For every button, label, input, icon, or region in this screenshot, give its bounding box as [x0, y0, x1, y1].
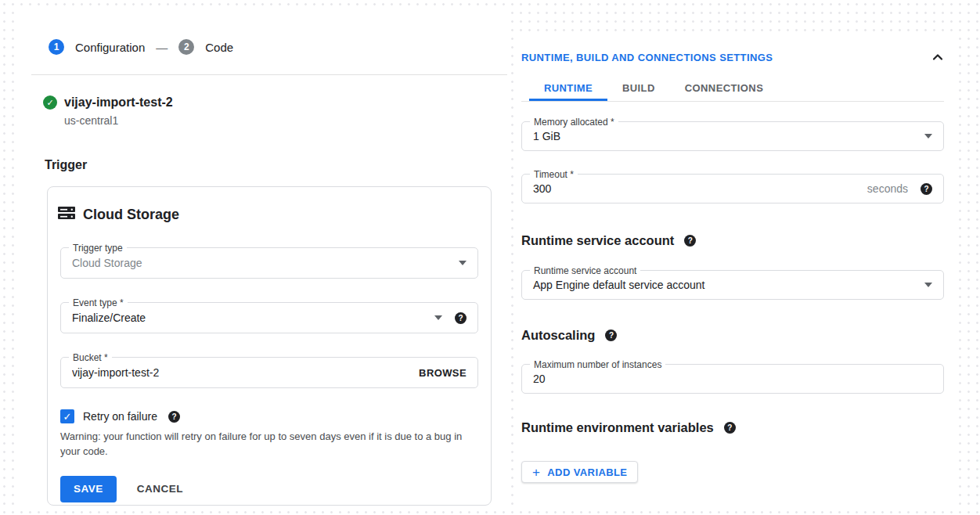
tab-connections[interactable]: CONNECTIONS [670, 77, 778, 101]
event-type-help-icon[interactable]: ? [455, 312, 467, 324]
memory-allocated-select[interactable]: Memory allocated * 1 GiB [521, 121, 944, 151]
event-type-select[interactable]: Event type * Finalize/Create ? [60, 302, 478, 333]
browse-button[interactable]: BROWSE [419, 367, 467, 379]
retry-help-icon[interactable]: ? [168, 411, 180, 423]
retry-checkbox[interactable]: ✓ [60, 409, 74, 423]
autoscaling-heading: Autoscaling ? [521, 328, 944, 343]
function-name: vijay-import-test-2 [64, 95, 173, 110]
step-1-circle: 1 [49, 39, 64, 55]
autoscaling-help-icon[interactable]: ? [605, 330, 617, 341]
settings-panel: RUNTIME, BUILD AND CONNECTIONS SETTINGS … [513, 35, 957, 505]
timeout-suffix: seconds [867, 182, 908, 195]
memory-allocated-label: Memory allocated * [530, 116, 618, 128]
retry-row: ✓ Retry on failure ? [60, 409, 478, 423]
step-2-circle: 2 [178, 39, 194, 55]
timeout-label: Timeout * [530, 168, 578, 181]
settings-header-title: RUNTIME, BUILD AND CONNECTIONS SETTINGS [521, 52, 773, 63]
tab-runtime[interactable]: RUNTIME [529, 77, 607, 101]
stepper-step-configuration[interactable]: 1 Configuration [49, 39, 145, 55]
function-region: us-central1 [64, 114, 507, 127]
add-variable-label: ADD VARIABLE [547, 466, 627, 478]
step-2-label: Code [205, 41, 233, 54]
trigger-section-heading: Trigger [45, 158, 507, 172]
event-type-label: Event type * [69, 297, 128, 309]
stepper-step-code[interactable]: 2 Code [178, 39, 233, 55]
trigger-card: Cloud Storage Trigger type Cloud Storage… [47, 186, 492, 506]
cancel-button[interactable]: CANCEL [137, 483, 183, 495]
chevron-up-icon[interactable] [931, 51, 944, 63]
retry-label: Retry on failure [83, 410, 157, 423]
runtime-service-account-value: App Engine default service account [533, 279, 913, 291]
autoscaling-heading-text: Autoscaling [521, 328, 595, 343]
memory-allocated-value: 1 GiB [533, 130, 913, 142]
function-header: ✓ vijay-import-test-2 [43, 95, 507, 110]
env-vars-heading-text: Runtime environment variables [521, 420, 714, 435]
max-instances-field: Maximum number of instances [521, 364, 944, 394]
trigger-type-select[interactable]: Trigger type Cloud Storage [60, 247, 478, 279]
timeout-field: Timeout * seconds ? [521, 174, 944, 203]
runtime-service-account-heading: Runtime service account ? [521, 233, 944, 248]
trigger-type-label: Trigger type [69, 242, 127, 254]
configuration-panel: 1 Configuration — 2 Code ✓ vijay-import-… [20, 8, 507, 507]
add-variable-button[interactable]: + ADD VARIABLE [521, 461, 638, 483]
bucket-field: Bucket * BROWSE [60, 357, 478, 388]
card-actions: SAVE CANCEL [60, 476, 478, 502]
env-vars-heading: Runtime environment variables ? [521, 420, 944, 435]
bucket-input[interactable] [72, 358, 409, 387]
timeout-input[interactable] [533, 175, 858, 203]
dropdown-arrow-icon [434, 315, 442, 320]
dropdown-arrow-icon [924, 134, 932, 139]
runtime-service-account-help-icon[interactable]: ? [684, 235, 696, 247]
runtime-service-account-label: Runtime service account [530, 265, 640, 277]
retry-warning-text: Warning: your function will retry on fai… [60, 430, 477, 459]
stepper-separator: — [156, 41, 168, 54]
cloud-storage-icon [58, 206, 75, 224]
success-check-icon: ✓ [43, 95, 57, 110]
env-vars-help-icon[interactable]: ? [724, 422, 736, 434]
step-1-label: Configuration [75, 41, 145, 54]
trigger-card-title-text: Cloud Storage [83, 207, 179, 223]
event-type-value: Finalize/Create [72, 312, 423, 324]
trigger-type-value: Cloud Storage [72, 257, 448, 269]
runtime-service-account-select[interactable]: Runtime service account App Engine defau… [521, 270, 944, 300]
settings-tabs: RUNTIME BUILD CONNECTIONS [521, 77, 944, 102]
stepper: 1 Configuration — 2 Code [20, 8, 507, 55]
plus-icon: + [532, 466, 540, 479]
stepper-divider [31, 74, 507, 75]
max-instances-label: Maximum number of instances [530, 358, 665, 371]
runtime-service-account-heading-text: Runtime service account [521, 233, 674, 248]
dropdown-arrow-icon [924, 283, 932, 287]
trigger-card-title: Cloud Storage [58, 206, 491, 224]
timeout-help-icon[interactable]: ? [921, 183, 932, 195]
tab-build[interactable]: BUILD [607, 77, 670, 101]
bucket-label: Bucket * [69, 351, 112, 364]
save-button[interactable]: SAVE [60, 476, 117, 502]
settings-expander[interactable]: RUNTIME, BUILD AND CONNECTIONS SETTINGS [521, 51, 944, 63]
dropdown-arrow-icon [459, 261, 467, 265]
